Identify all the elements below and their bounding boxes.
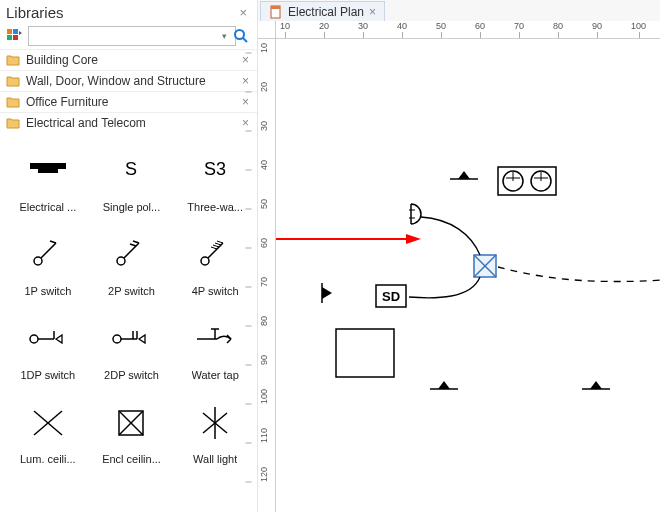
text-s-icon: S	[100, 145, 162, 193]
ruler-tick: 100	[259, 389, 269, 404]
xline-icon	[184, 397, 246, 445]
shape-label: Encl ceilin...	[102, 453, 161, 465]
xbox-icon	[100, 397, 162, 445]
svg-line-22	[211, 247, 217, 249]
ruler-tick: 100	[631, 21, 646, 31]
ruler-horizontal: 102030405060708090100	[276, 21, 660, 39]
shape-item[interactable]: Lum. ceili...	[6, 391, 90, 471]
category-label: Electrical and Telecom	[26, 116, 234, 130]
ruler-vertical: 102030405060708090100110120	[258, 39, 276, 512]
svg-text:S: S	[125, 159, 137, 179]
category-wall-door-window[interactable]: Wall, Door, Window and Structure ×	[0, 70, 257, 91]
svg-line-20	[215, 243, 221, 245]
sw1-icon	[17, 229, 79, 277]
category-office-furniture[interactable]: Office Furniture ×	[0, 91, 257, 112]
svg-marker-44	[406, 234, 421, 244]
folder-icon	[6, 53, 20, 67]
dp2-icon	[100, 313, 162, 361]
ruler-tick: 20	[319, 21, 329, 31]
shape-label: 4P switch	[192, 285, 239, 297]
category-label: Wall, Door, Window and Structure	[26, 74, 234, 88]
shape-list[interactable]: Electrical ...SSingle pol...S3Three-wa..…	[0, 133, 257, 512]
ruler-tick: 110	[259, 428, 269, 443]
ruler-origin	[258, 21, 276, 39]
category-close-button[interactable]: ×	[240, 116, 251, 130]
svg-line-16	[130, 244, 136, 246]
ruler-tick: 60	[475, 21, 485, 31]
drawing-canvas[interactable]: SD	[276, 39, 660, 512]
shape-item[interactable]: Wall light	[173, 391, 257, 471]
search-input[interactable]	[28, 26, 236, 46]
tab-electrical-plan[interactable]: Electrical Plan ×	[260, 1, 385, 21]
folder-icon	[6, 74, 20, 88]
svg-point-17	[201, 257, 209, 265]
svg-rect-0	[7, 29, 12, 34]
ruler-tick: 70	[259, 277, 269, 287]
shape-label: 1P switch	[24, 285, 71, 297]
shape-item[interactable]: S3Three-wa...	[173, 139, 257, 219]
libraries-panel: Libraries × ▾ Building Core × Wall, Door…	[0, 0, 258, 512]
shape-item[interactable]: Encl ceilin...	[90, 391, 174, 471]
ruler-tick: 50	[259, 199, 269, 209]
ruler-tick: 120	[259, 467, 269, 482]
ruler-tick: 80	[259, 316, 269, 326]
ruler-tick: 50	[436, 21, 446, 31]
shape-item[interactable]: 4P switch	[173, 223, 257, 303]
shape-label: Lum. ceili...	[20, 453, 76, 465]
category-electrical-telecom[interactable]: Electrical and Telecom ×	[0, 112, 257, 133]
shape-label: 2P switch	[108, 285, 155, 297]
search-button[interactable]	[231, 26, 251, 46]
svg-rect-7	[38, 169, 58, 173]
tab-label: Electrical Plan	[288, 5, 364, 19]
folder-icon	[6, 95, 20, 109]
svg-line-15	[133, 241, 139, 243]
svg-line-12	[50, 241, 56, 243]
svg-point-10	[34, 257, 42, 265]
shape-item[interactable]: 1P switch	[6, 223, 90, 303]
ruler-tick: 30	[358, 21, 368, 31]
svg-rect-6	[30, 163, 66, 169]
panel-title: Libraries	[6, 4, 64, 21]
svg-point-26	[113, 335, 121, 343]
shape-label: Electrical ...	[19, 201, 76, 213]
ruler-tick: 10	[280, 21, 290, 31]
svg-point-4	[235, 30, 244, 39]
category-close-button[interactable]: ×	[240, 53, 251, 67]
svg-rect-42	[271, 6, 280, 9]
svg-rect-2	[7, 35, 12, 40]
tap-icon	[184, 313, 246, 361]
svg-text:SD: SD	[382, 289, 400, 304]
svg-rect-1	[13, 29, 18, 34]
ruler-tick: 90	[259, 355, 269, 365]
shape-item[interactable]: SSingle pol...	[90, 139, 174, 219]
ruler-tick: 70	[514, 21, 524, 31]
ruler-tick: 90	[592, 21, 602, 31]
svg-rect-62	[336, 329, 394, 377]
panel-close-button[interactable]: ×	[237, 5, 249, 20]
category-label: Office Furniture	[26, 95, 234, 109]
category-building-core[interactable]: Building Core ×	[0, 49, 257, 70]
svg-line-5	[243, 38, 247, 42]
category-close-button[interactable]: ×	[240, 95, 251, 109]
shape-item[interactable]: Electrical ...	[6, 139, 90, 219]
shape-item[interactable]: 2P switch	[90, 223, 174, 303]
svg-point-23	[30, 335, 38, 343]
file-icon	[269, 5, 283, 19]
shape-item[interactable]: 1DP switch	[6, 307, 90, 387]
shape-label: Single pol...	[103, 201, 160, 213]
category-close-button[interactable]: ×	[240, 74, 251, 88]
sw4-icon	[184, 229, 246, 277]
svg-point-13	[117, 257, 125, 265]
ruler-tick: 40	[259, 160, 269, 170]
svg-rect-3	[13, 35, 18, 40]
svg-line-19	[217, 241, 223, 243]
shape-item[interactable]: Water tap	[173, 307, 257, 387]
shape-label: Wall light	[193, 453, 237, 465]
shape-label: 2DP switch	[104, 369, 159, 381]
folder-icon	[6, 116, 20, 130]
shape-item[interactable]: 2DP switch	[90, 307, 174, 387]
ruler-tick: 20	[259, 82, 269, 92]
tab-close-button[interactable]: ×	[369, 5, 376, 19]
sw2-icon	[100, 229, 162, 277]
library-menu-icon[interactable]	[6, 27, 24, 45]
